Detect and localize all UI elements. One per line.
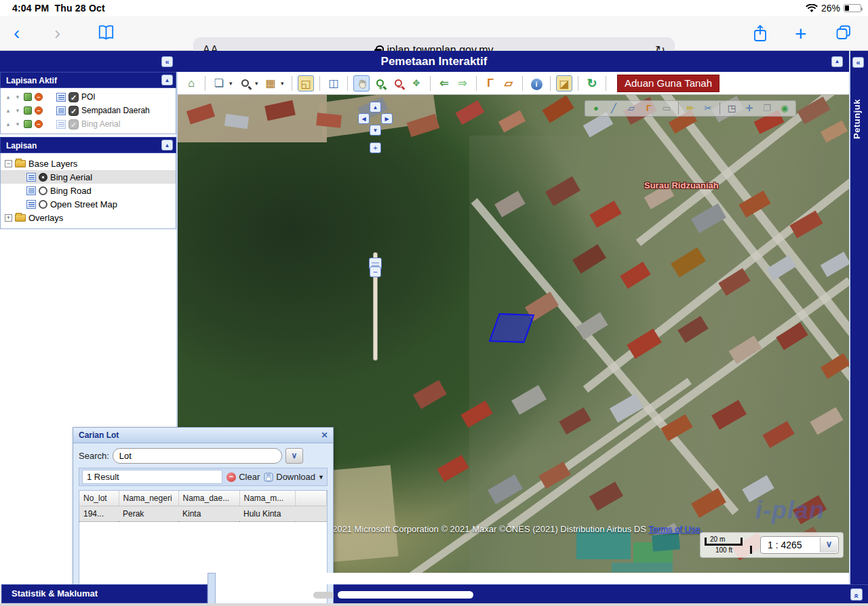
aduan-guna-tanah-button[interactable]: Aduan Guna Tanah [617,75,719,92]
map-poi-label: Surau Ridzuaniah [644,180,719,190]
draw-measure-icon[interactable]: Γ [641,102,657,115]
layers-dropdown-caret[interactable]: ▾ [229,80,235,87]
expand-node-icon[interactable]: + [5,214,12,222]
zoom-in-button[interactable]: + [370,142,381,153]
basemap-grid-icon[interactable]: ▦ [262,75,279,92]
move-down-icon[interactable]: ▼ [14,94,21,100]
save-session-icon[interactable]: ◫ [326,75,342,92]
globe-icon[interactable]: ◉ [776,102,793,115]
layer-checkbox-poi[interactable]: ✓ [68,92,79,102]
legend-icon[interactable] [56,93,66,102]
radio-open-street-map[interactable] [39,200,47,209]
download-disk-icon [264,472,273,482]
legend-icon[interactable] [56,106,66,115]
right-panel-expand-button[interactable]: « [852,57,864,68]
collapse-node-icon[interactable]: − [5,160,12,167]
header-collapse-button[interactable]: ▲ [831,56,843,67]
layer-style-icon[interactable] [24,106,32,115]
cut-scissors-icon[interactable]: ✂ [700,102,716,115]
pan-left-button[interactable]: ◀ [358,113,370,124]
copy-feature-icon[interactable]: ❐ [759,102,775,115]
zoom-in-icon[interactable]: + [372,75,388,92]
tab-petunjuk[interactable]: Petunjuk [852,78,865,139]
move-down-icon[interactable]: ▼ [14,121,21,127]
base-layer-bing-road[interactable]: Bing Road [1,184,176,197]
draw-line-icon[interactable]: ╱ [606,102,622,115]
column-header[interactable]: Nama_negeri [119,491,178,506]
previous-extent-icon[interactable]: ⇐ [436,75,452,92]
zoom-tool-icon[interactable] [237,75,253,92]
search-input[interactable] [113,448,282,464]
remove-layer-icon[interactable]: – [35,93,43,101]
vertical-scrollbar[interactable] [208,573,216,606]
active-layers-collapse-button[interactable]: ▲ [161,75,173,85]
info-icon[interactable]: i [528,75,545,92]
radio-bing-aerial[interactable] [39,173,47,182]
sidebar-collapse-button[interactable]: « [161,56,173,67]
move-up-icon[interactable]: ▲ [5,94,12,100]
home-icon[interactable]: ⌂ [183,75,199,92]
pan-down-button[interactable]: ▼ [370,125,381,136]
dialog-close-icon[interactable]: ✕ [319,430,330,441]
move-up-icon[interactable]: ▲ [5,121,12,127]
statistik-panel-bar[interactable]: Statistik & Maklumat [1,584,208,603]
share-icon[interactable] [753,24,768,45]
search-row: Search: ∨ [73,443,333,468]
column-header[interactable]: No_lot [79,491,119,506]
basemap-dropdown-caret[interactable]: ▾ [281,80,286,87]
refresh-icon[interactable]: ↻ [584,75,600,92]
overview-map-icon[interactable]: ◱ [298,75,314,92]
bottom-scrollbar-handle[interactable] [338,591,473,599]
tabs-icon[interactable] [835,24,852,43]
full-extent-icon[interactable]: ✥ [408,75,425,92]
edit-pencil-icon[interactable]: ✏ [682,102,698,115]
forward-button[interactable]: › [54,18,60,49]
zoom-out-button[interactable]: − [370,266,381,277]
zoom-out-icon[interactable]: − [390,75,406,92]
layer-checkbox-sempadan[interactable]: ✓ [68,106,79,116]
move-down-icon[interactable]: ▼ [14,108,21,114]
measure-length-icon[interactable]: Γ [482,75,498,92]
terms-of-use-link[interactable]: Terms of Use, [648,524,703,534]
bottom-panel-bar[interactable]: « [334,584,868,603]
new-tab-button[interactable]: + [795,18,807,49]
horizontal-scroll-handle[interactable] [313,592,334,599]
remove-layer-icon[interactable]: – [35,106,43,115]
move-feature-icon[interactable]: ✛ [741,102,757,115]
back-button[interactable]: ‹ [14,18,20,49]
pan-right-button[interactable]: ▶ [381,113,393,124]
draw-polygon-icon[interactable]: ▱ [623,102,639,115]
clear-button[interactable]: −Clear [226,472,260,482]
layer-style-icon[interactable] [24,120,32,128]
scale-select[interactable]: 1 : 4265 ∨ [760,536,839,554]
draw-label-icon[interactable]: ▭ [658,102,675,115]
pan-tool-icon[interactable] [353,75,370,92]
move-up-icon[interactable]: ▲ [5,108,12,114]
radio-bing-road[interactable] [39,186,47,195]
dialog-header[interactable]: Carian Lot ✕ [73,428,333,443]
date: Thu 28 Oct [55,3,105,14]
battery-percent: 26% [821,3,840,14]
download-button[interactable]: Download▼ [264,472,324,482]
column-header[interactable]: Nama_dae... [178,491,239,506]
base-layer-osm[interactable]: Open Street Map [1,197,176,211]
search-dropdown-button[interactable]: ∨ [285,448,303,464]
layer-style-icon[interactable] [24,93,32,101]
pan-up-button[interactable]: ▲ [370,102,381,113]
table-row[interactable]: 194... Perak Kinta Hulu Kinta [79,506,327,522]
base-layer-bing-aerial[interactable]: Bing Aerial [1,170,176,184]
zoom-dropdown-caret[interactable]: ▾ [255,80,260,87]
layers-panel-collapse-button[interactable]: ▲ [161,140,173,150]
identify-tool-icon[interactable]: ◪ [556,75,572,92]
bookmarks-icon[interactable] [98,24,115,43]
select-extent-icon[interactable]: ◳ [724,102,740,115]
measure-area-icon[interactable]: ▱ [500,75,517,92]
draw-point-icon[interactable]: ● [588,102,604,115]
layers-tool-icon[interactable]: ❏ [211,75,227,92]
layer-checkbox-bing-aerial[interactable]: ✓ [68,119,79,129]
column-header[interactable]: Nama_m... [239,491,295,506]
remove-layer-icon[interactable]: – [35,120,43,128]
bottom-panel-expand-button[interactable]: « [850,588,863,601]
scale-dropdown-chevron[interactable]: ∨ [820,538,837,552]
next-extent-icon[interactable]: ⇒ [454,75,471,92]
